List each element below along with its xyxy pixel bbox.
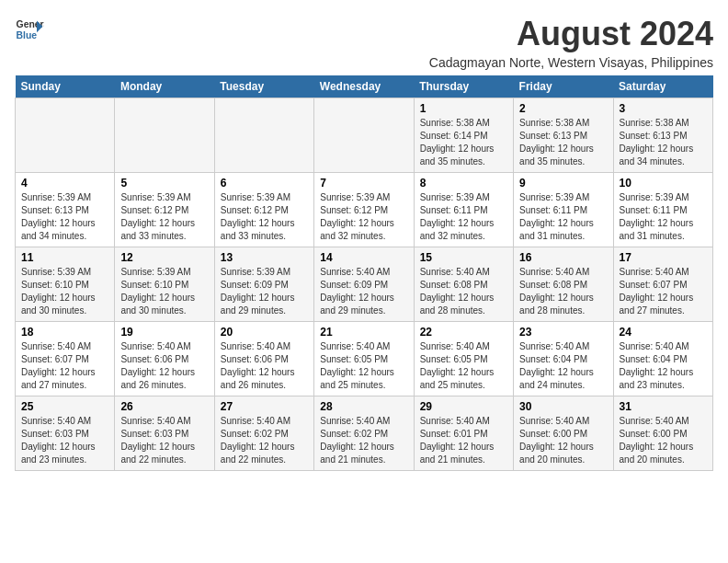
- day-number: 21: [320, 326, 407, 339]
- day-number: 5: [120, 177, 208, 190]
- day-info: Sunrise: 5:40 AM Sunset: 6:07 PM Dayligh…: [620, 266, 707, 317]
- day-info: Sunrise: 5:40 AM Sunset: 6:05 PM Dayligh…: [320, 340, 407, 392]
- calendar-cell: 23Sunrise: 5:40 AM Sunset: 6:04 PM Dayli…: [514, 322, 613, 396]
- day-number: 20: [221, 326, 308, 339]
- day-info: Sunrise: 5:39 AM Sunset: 6:12 PM Dayligh…: [120, 191, 208, 243]
- weekday-header-saturday: Saturday: [613, 75, 712, 98]
- page-title: August 2024: [429, 15, 713, 53]
- day-info: Sunrise: 5:40 AM Sunset: 6:06 PM Dayligh…: [120, 340, 208, 392]
- day-number: 28: [320, 400, 407, 413]
- calendar-cell: 15Sunrise: 5:40 AM Sunset: 6:08 PM Dayli…: [414, 247, 513, 322]
- calendar-cell: 21Sunrise: 5:40 AM Sunset: 6:05 PM Dayli…: [314, 322, 414, 396]
- day-number: 19: [120, 326, 208, 339]
- day-info: Sunrise: 5:40 AM Sunset: 6:01 PM Dayligh…: [420, 415, 507, 466]
- day-info: Sunrise: 5:38 AM Sunset: 6:13 PM Dayligh…: [620, 117, 707, 168]
- day-info: Sunrise: 5:38 AM Sunset: 6:14 PM Dayligh…: [420, 117, 507, 168]
- day-number: 16: [519, 251, 607, 264]
- calendar-cell: 8Sunrise: 5:39 AM Sunset: 6:11 PM Daylig…: [414, 173, 513, 247]
- day-info: Sunrise: 5:40 AM Sunset: 6:08 PM Dayligh…: [519, 266, 607, 317]
- day-number: 23: [519, 326, 607, 339]
- calendar-cell: 29Sunrise: 5:40 AM Sunset: 6:01 PM Dayli…: [414, 396, 513, 471]
- day-info: Sunrise: 5:39 AM Sunset: 6:13 PM Dayligh…: [21, 191, 108, 243]
- day-info: Sunrise: 5:40 AM Sunset: 6:03 PM Dayligh…: [120, 415, 208, 466]
- calendar-week-3: 11Sunrise: 5:39 AM Sunset: 6:10 PM Dayli…: [16, 247, 713, 322]
- calendar-cell: 14Sunrise: 5:40 AM Sunset: 6:09 PM Dayli…: [314, 247, 414, 322]
- calendar-cell: 17Sunrise: 5:40 AM Sunset: 6:07 PM Dayli…: [613, 247, 712, 322]
- day-info: Sunrise: 5:40 AM Sunset: 6:09 PM Dayligh…: [320, 266, 407, 317]
- day-info: Sunrise: 5:39 AM Sunset: 6:12 PM Dayligh…: [320, 191, 407, 243]
- day-number: 8: [420, 177, 507, 190]
- weekday-header-wednesday: Wednesday: [314, 75, 414, 98]
- page-subtitle: Cadagmayan Norte, Western Visayas, Phili…: [429, 55, 713, 70]
- weekday-header-tuesday: Tuesday: [214, 75, 313, 98]
- calendar-cell: 12Sunrise: 5:39 AM Sunset: 6:10 PM Dayli…: [115, 247, 214, 322]
- calendar-week-4: 18Sunrise: 5:40 AM Sunset: 6:07 PM Dayli…: [16, 322, 713, 396]
- calendar-cell: 3Sunrise: 5:38 AM Sunset: 6:13 PM Daylig…: [613, 98, 712, 173]
- calendar-cell: 24Sunrise: 5:40 AM Sunset: 6:04 PM Dayli…: [613, 322, 712, 396]
- weekday-header-monday: Monday: [115, 75, 214, 98]
- day-info: Sunrise: 5:39 AM Sunset: 6:09 PM Dayligh…: [221, 266, 308, 317]
- calendar-cell: 27Sunrise: 5:40 AM Sunset: 6:02 PM Dayli…: [214, 396, 313, 471]
- title-block: August 2024 Cadagmayan Norte, Western Vi…: [429, 15, 713, 70]
- calendar-cell: 1Sunrise: 5:38 AM Sunset: 6:14 PM Daylig…: [414, 98, 513, 173]
- weekday-header-thursday: Thursday: [414, 75, 513, 98]
- day-info: Sunrise: 5:40 AM Sunset: 6:03 PM Dayligh…: [21, 415, 108, 466]
- day-number: 11: [21, 251, 108, 264]
- calendar-cell: [214, 98, 313, 173]
- calendar-cell: 30Sunrise: 5:40 AM Sunset: 6:00 PM Dayli…: [514, 396, 613, 471]
- day-number: 17: [620, 251, 707, 264]
- calendar-week-5: 25Sunrise: 5:40 AM Sunset: 6:03 PM Dayli…: [16, 396, 713, 471]
- calendar-cell: 6Sunrise: 5:39 AM Sunset: 6:12 PM Daylig…: [214, 173, 313, 247]
- day-number: 24: [620, 326, 707, 339]
- calendar-cell: [115, 98, 214, 173]
- calendar-cell: 20Sunrise: 5:40 AM Sunset: 6:06 PM Dayli…: [214, 322, 313, 396]
- weekday-header-friday: Friday: [514, 75, 613, 98]
- calendar-week-1: 1Sunrise: 5:38 AM Sunset: 6:14 PM Daylig…: [16, 98, 713, 173]
- weekday-header-row: SundayMondayTuesdayWednesdayThursdayFrid…: [16, 75, 713, 98]
- calendar-cell: 7Sunrise: 5:39 AM Sunset: 6:12 PM Daylig…: [314, 173, 414, 247]
- calendar-cell: 18Sunrise: 5:40 AM Sunset: 6:07 PM Dayli…: [16, 322, 115, 396]
- calendar-cell: 26Sunrise: 5:40 AM Sunset: 6:03 PM Dayli…: [115, 396, 214, 471]
- day-number: 14: [320, 251, 407, 264]
- calendar-cell: 2Sunrise: 5:38 AM Sunset: 6:13 PM Daylig…: [514, 98, 613, 173]
- calendar-cell: 13Sunrise: 5:39 AM Sunset: 6:09 PM Dayli…: [214, 247, 313, 322]
- day-info: Sunrise: 5:38 AM Sunset: 6:13 PM Dayligh…: [519, 117, 607, 168]
- calendar-cell: [16, 98, 115, 173]
- day-info: Sunrise: 5:40 AM Sunset: 6:04 PM Dayligh…: [519, 340, 607, 392]
- day-info: Sunrise: 5:40 AM Sunset: 6:06 PM Dayligh…: [221, 340, 308, 392]
- calendar-table: SundayMondayTuesdayWednesdayThursdayFrid…: [15, 75, 713, 471]
- day-number: 15: [420, 251, 507, 264]
- day-number: 30: [519, 400, 607, 413]
- calendar-cell: 16Sunrise: 5:40 AM Sunset: 6:08 PM Dayli…: [514, 247, 613, 322]
- day-number: 1: [420, 102, 507, 115]
- calendar-cell: 28Sunrise: 5:40 AM Sunset: 6:02 PM Dayli…: [314, 396, 414, 471]
- day-number: 9: [519, 177, 607, 190]
- calendar-week-2: 4Sunrise: 5:39 AM Sunset: 6:13 PM Daylig…: [16, 173, 713, 247]
- day-number: 4: [21, 177, 108, 190]
- calendar-cell: 25Sunrise: 5:40 AM Sunset: 6:03 PM Dayli…: [16, 396, 115, 471]
- day-info: Sunrise: 5:39 AM Sunset: 6:10 PM Dayligh…: [120, 266, 208, 317]
- day-number: 22: [420, 326, 507, 339]
- day-number: 12: [120, 251, 208, 264]
- day-info: Sunrise: 5:39 AM Sunset: 6:11 PM Dayligh…: [620, 191, 707, 243]
- weekday-header-sunday: Sunday: [16, 75, 115, 98]
- day-number: 3: [620, 102, 707, 115]
- day-number: 26: [120, 400, 208, 413]
- calendar-cell: 31Sunrise: 5:40 AM Sunset: 6:00 PM Dayli…: [613, 396, 712, 471]
- day-info: Sunrise: 5:40 AM Sunset: 6:00 PM Dayligh…: [620, 415, 707, 466]
- day-info: Sunrise: 5:39 AM Sunset: 6:12 PM Dayligh…: [221, 191, 308, 243]
- logo: General Blue: [15, 15, 44, 44]
- day-number: 2: [519, 102, 607, 115]
- calendar-cell: 9Sunrise: 5:39 AM Sunset: 6:11 PM Daylig…: [514, 173, 613, 247]
- day-number: 7: [320, 177, 407, 190]
- calendar-cell: 22Sunrise: 5:40 AM Sunset: 6:05 PM Dayli…: [414, 322, 513, 396]
- svg-text:Blue: Blue: [17, 30, 38, 40]
- page-header: General Blue August 2024 Cadagmayan Nort…: [15, 15, 713, 70]
- day-number: 6: [221, 177, 308, 190]
- day-number: 13: [221, 251, 308, 264]
- day-info: Sunrise: 5:39 AM Sunset: 6:11 PM Dayligh…: [519, 191, 607, 243]
- calendar-cell: 4Sunrise: 5:39 AM Sunset: 6:13 PM Daylig…: [16, 173, 115, 247]
- calendar-cell: 11Sunrise: 5:39 AM Sunset: 6:10 PM Dayli…: [16, 247, 115, 322]
- day-info: Sunrise: 5:39 AM Sunset: 6:11 PM Dayligh…: [420, 191, 507, 243]
- calendar-cell: 10Sunrise: 5:39 AM Sunset: 6:11 PM Dayli…: [613, 173, 712, 247]
